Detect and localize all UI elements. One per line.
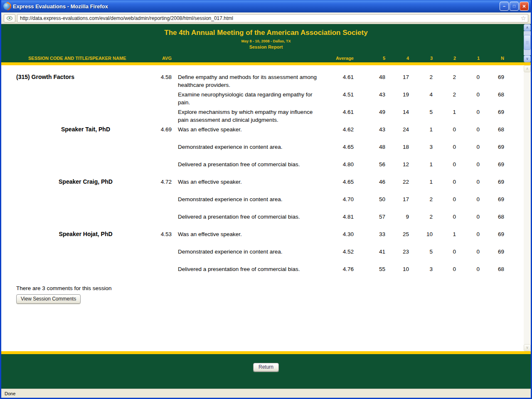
row-count-3: 4 (409, 91, 433, 99)
row-count-1: 0 (456, 265, 480, 273)
table-row: Examine neurophysiologic data regarding … (1, 91, 524, 108)
row-average: 4.62 (325, 126, 354, 133)
row-average: 4.51 (325, 91, 354, 99)
row-count-n: 69 (480, 248, 504, 256)
row-count-4: 24 (385, 126, 409, 133)
site-icon (7, 16, 12, 20)
row-count-2: 2 (433, 73, 456, 81)
row-count-n: 68 (480, 213, 504, 221)
row-count-5: 43 (354, 91, 385, 99)
row-count-1: 0 (456, 195, 480, 203)
maximize-button[interactable]: □ (510, 2, 519, 11)
status-text: Done (5, 391, 15, 396)
view-session-comments-button[interactable]: View Session Comments (16, 294, 81, 304)
report-content-frame: (315) Growth Factors 4.58 Define empathy… (1, 65, 531, 351)
scroll-up-icon[interactable]: ∧ (524, 65, 531, 72)
close-button[interactable]: ✕ (520, 2, 529, 11)
firefox-icon (3, 2, 11, 10)
row-count-4: 14 (385, 108, 409, 116)
row-question: Demonstrated experience in content area. (178, 248, 325, 256)
address-bar[interactable]: http://data.express-evaluations.com/eval… (17, 14, 528, 22)
table-row: Delivered a presentation free of commerc… (1, 160, 524, 178)
scroll-down-icon[interactable]: ∨ (524, 55, 531, 62)
row-count-4: 9 (385, 213, 409, 221)
row-count-3: 2 (409, 213, 433, 221)
row-count-3: 2 (409, 195, 433, 203)
row-count-5: 41 (354, 248, 385, 256)
row-count-2: 0 (433, 178, 456, 186)
window-title: Express Evaluations - Mozilla Firefox (13, 3, 500, 10)
row-count-5: 57 (354, 213, 385, 221)
row-count-1: 0 (456, 91, 480, 99)
table-row: Explore mechanisms by which empathy may … (1, 108, 524, 126)
scroll-down-icon[interactable]: ∨ (524, 344, 531, 351)
row-count-3: 2 (409, 73, 433, 81)
row-count-n: 69 (480, 230, 504, 238)
row-count-1: 0 (456, 73, 480, 81)
row-name: (315) Growth Factors (16, 73, 155, 81)
row-count-5: 46 (354, 178, 385, 186)
row-question: Was an effective speaker. (178, 230, 325, 238)
row-question: Was an effective speaker. (178, 178, 325, 186)
row-name: Speaker Hojat, PhD (16, 230, 155, 238)
row-count-1: 0 (456, 248, 480, 256)
col-avg: AVG (155, 56, 172, 61)
bookmark-star-icon[interactable]: ☆ (521, 15, 526, 21)
row-count-1: 0 (456, 213, 480, 221)
row-question: Delivered a presentation free of commerc… (178, 160, 325, 168)
scrollbar-thumb[interactable] (524, 35, 531, 50)
row-count-5: 49 (354, 108, 385, 116)
row-count-2: 0 (433, 195, 456, 203)
table-row: Demonstrated experience in content area.… (1, 248, 524, 265)
row-count-2: 0 (433, 160, 456, 168)
row-count-2: 0 (433, 265, 456, 273)
col-3: 3 (409, 56, 433, 61)
row-count-1: 0 (456, 160, 480, 168)
row-count-1: 0 (456, 126, 480, 133)
row-count-n: 68 (480, 126, 504, 133)
row-count-2: 0 (433, 143, 456, 151)
row-count-4: 19 (385, 91, 409, 99)
return-button[interactable]: Return (253, 363, 279, 372)
row-count-3: 10 (409, 230, 433, 238)
content-scrollbar[interactable]: ∧ ∨ (524, 65, 531, 351)
row-count-4: 23 (385, 248, 409, 256)
row-count-2: 1 (433, 108, 456, 116)
col-2: 2 (433, 56, 456, 61)
row-name: Speaker Craig, PhD (16, 178, 155, 186)
row-average: 4.30 (325, 230, 354, 238)
row-count-1: 0 (456, 178, 480, 186)
scroll-up-icon[interactable]: ∧ (524, 24, 531, 31)
row-count-n: 68 (480, 91, 504, 99)
row-count-2: 0 (433, 126, 456, 133)
row-question: Delivered a presentation free of commerc… (178, 213, 325, 221)
row-count-2: 2 (433, 91, 456, 99)
report-dates: May 8 - 10, 2008 - Dallas, TX (1, 39, 531, 43)
row-question: Explore mechanisms by which empathy may … (178, 108, 325, 124)
status-bar: Done (1, 389, 531, 398)
col-average: Average (325, 56, 354, 61)
row-average: 4.80 (325, 160, 354, 168)
row-average: 4.76 (325, 265, 354, 273)
row-average: 4.65 (325, 143, 354, 151)
header-scrollbar[interactable]: ∧ ∨ (524, 24, 531, 62)
row-avg: 4.58 (155, 73, 172, 81)
row-count-3: 3 (409, 265, 433, 273)
row-count-1: 0 (456, 230, 480, 238)
row-count-5: 56 (354, 160, 385, 168)
col-session-title: SESSION CODE AND TITLE/SPEAKER NAME (16, 56, 155, 61)
minimize-button[interactable]: − (500, 2, 509, 11)
grip-icon (526, 41, 529, 44)
row-count-4: 18 (385, 143, 409, 151)
site-identity-box[interactable] (4, 14, 15, 22)
row-name: Speaker Tait, PhD (16, 126, 155, 133)
row-count-4: 25 (385, 230, 409, 238)
row-question: Demonstrated experience in content area. (178, 143, 325, 151)
url-toolbar: http://data.express-evaluations.com/eval… (1, 12, 531, 24)
row-count-5: 55 (354, 265, 385, 273)
row-count-5: 33 (354, 230, 385, 238)
url-text[interactable]: http://data.express-evaluations.com/eval… (20, 15, 521, 21)
row-average: 4.52 (325, 248, 354, 256)
row-question: Delivered a presentation free of commerc… (178, 265, 325, 273)
col-1: 1 (456, 56, 480, 61)
